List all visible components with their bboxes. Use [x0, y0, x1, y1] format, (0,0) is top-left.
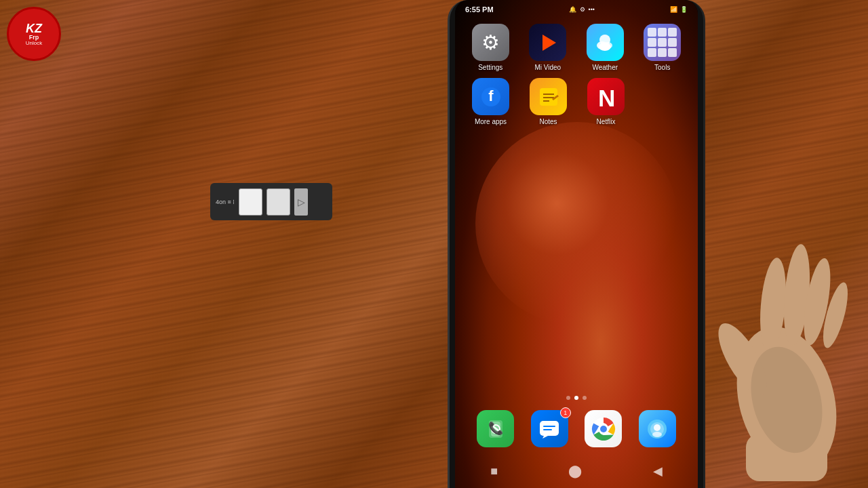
svg-text:N: N	[598, 84, 614, 110]
sim-tray-text: 4on ≡ ⁞	[216, 199, 235, 205]
app-more-apps[interactable]: f More apps	[465, 78, 516, 125]
logo-unlock: Unlock	[26, 41, 42, 46]
tools-grid-icon	[644, 24, 681, 61]
notes-label: Notes	[539, 118, 557, 125]
phone-screen: 6:55 PM 🔔 ⚙ ••• 📶 🔋 Settings	[455, 0, 698, 488]
mars-highlight	[475, 122, 679, 325]
status-bar: 6:55 PM 🔔 ⚙ ••• 📶 🔋	[455, 0, 698, 19]
notes-svg	[537, 85, 560, 108]
tools-icon-img	[644, 24, 681, 61]
app-row-1: Settings Mi Video	[465, 24, 688, 71]
mivideo-label: Mi Video	[534, 64, 561, 71]
page-dots	[455, 396, 698, 400]
sim-pin: ▷	[294, 188, 308, 216]
svg-rect-17	[543, 426, 555, 427]
moreapps-icon-img: f	[472, 78, 509, 115]
svg-text:📞: 📞	[488, 421, 504, 436]
app-notes[interactable]: Notes	[523, 78, 574, 125]
app-weather[interactable]: Weather	[580, 24, 631, 71]
weather-svg-icon	[593, 30, 617, 55]
tools-dot-9	[668, 48, 677, 57]
app-tools[interactable]: Tools	[637, 24, 688, 71]
app-netflix[interactable]: N Netflix	[580, 78, 631, 125]
signal-icon: 🔋	[680, 6, 688, 13]
dock: 📞 1	[455, 403, 698, 454]
dock-messages[interactable]: 1	[531, 410, 568, 447]
tools-dot-4	[648, 38, 656, 47]
notes-icon-img	[530, 78, 567, 115]
settings-status-icon: ⚙	[580, 6, 585, 13]
mivideo-icon-img	[529, 24, 566, 61]
settings-label: Settings	[478, 64, 502, 71]
app-grid: Settings Mi Video	[465, 24, 688, 132]
nav-recents-button[interactable]: ■	[490, 464, 498, 479]
svg-point-25	[652, 432, 662, 437]
status-time: 6:55 PM	[465, 5, 494, 14]
battery-icon: 📶	[670, 6, 677, 13]
netflix-icon-img: N	[587, 78, 625, 115]
tools-dot-8	[658, 48, 667, 57]
mivideo-play-arrow	[542, 35, 556, 51]
more-status-icon: •••	[589, 6, 595, 13]
moreapps-svg: f	[479, 85, 503, 109]
weather-label: Weather	[592, 64, 618, 71]
settings-icon-img	[472, 24, 509, 61]
mivideo-inner	[529, 24, 566, 61]
dock-chrome[interactable]	[585, 410, 622, 447]
messages-badge: 1	[560, 407, 571, 418]
logo-kz: KZ	[26, 22, 42, 35]
svg-point-3	[599, 43, 611, 51]
svg-rect-15	[540, 421, 559, 436]
tools-dot-5	[658, 38, 667, 47]
netflix-label: Netflix	[597, 118, 616, 125]
dock-security[interactable]	[639, 410, 676, 447]
nav-back-button[interactable]: ◀	[653, 464, 663, 479]
nav-home-button[interactable]: ⬤	[568, 464, 582, 479]
sim-pin-arrow: ▷	[298, 197, 305, 207]
kz-logo-badge: KZ Frp Unlock	[7, 7, 61, 61]
sim-slot-2	[267, 188, 290, 216]
hand-overlay	[705, 224, 854, 481]
hand-svg	[705, 224, 854, 481]
app-mi-video[interactable]: Mi Video	[523, 24, 574, 71]
chrome-dock-icon	[591, 417, 616, 441]
svg-point-21	[600, 426, 607, 432]
app-settings[interactable]: Settings	[465, 24, 516, 71]
netflix-svg: N	[594, 83, 618, 110]
tools-dot-7	[648, 48, 656, 57]
status-center-icons: 🔔 ⚙ •••	[569, 6, 595, 13]
svg-rect-18	[543, 429, 552, 430]
status-right-icons: 📶 🔋	[670, 6, 688, 13]
dock-phone[interactable]: 📞	[477, 410, 514, 447]
tools-dot-6	[668, 38, 677, 47]
tools-dot-2	[658, 28, 667, 37]
phone-device: 6:55 PM 🔔 ⚙ ••• 📶 🔋 Settings	[448, 0, 705, 488]
tools-label: Tools	[654, 64, 670, 71]
weather-icon-img	[587, 24, 624, 61]
notification-icon: 🔔	[569, 6, 576, 13]
svg-marker-16	[542, 436, 548, 439]
security-dock-icon	[646, 418, 668, 440]
messages-dock-icon	[538, 418, 560, 440]
svg-text:f: f	[488, 87, 494, 104]
tools-dot-1	[648, 28, 656, 37]
page-dot-1	[566, 396, 570, 400]
svg-point-24	[654, 424, 660, 431]
page-dot-3	[583, 396, 587, 400]
sim-tray: 4on ≡ ⁞ ▷	[210, 183, 332, 220]
nav-bar: ■ ⬤ ◀	[455, 458, 698, 485]
moreapps-label: More apps	[475, 118, 507, 125]
tools-dot-3	[668, 28, 677, 37]
app-row-2: f More apps	[465, 78, 688, 125]
phone-dock-icon: 📞	[486, 419, 506, 439]
page-dot-2	[574, 396, 578, 400]
sim-slot-1	[239, 188, 262, 216]
